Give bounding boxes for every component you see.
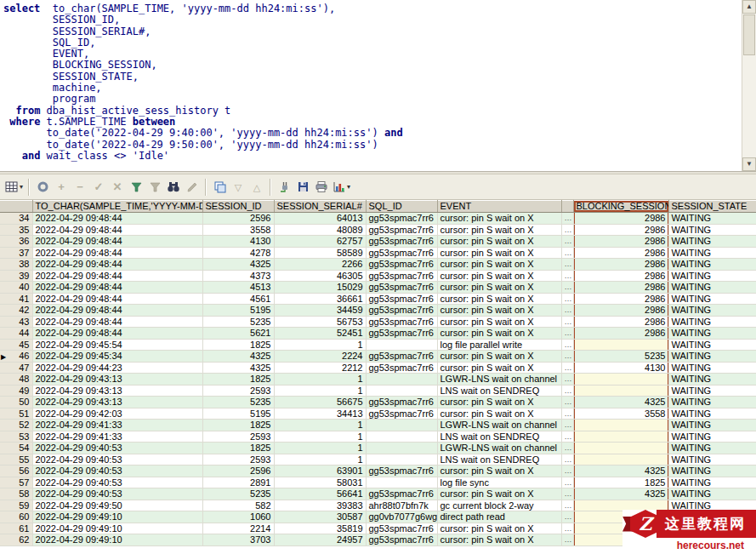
row-number[interactable]: 53	[0, 431, 32, 443]
cell-blocking_session[interactable]	[573, 339, 668, 351]
cell-session_state[interactable]: WAITING	[668, 408, 756, 420]
cell-event[interactable]: cursor: pin S wait on X	[437, 397, 561, 408]
sort-ascending-button[interactable]: ▽	[230, 178, 247, 197]
cell-sample_time[interactable]: 2022-04-29 09:43:13	[32, 374, 202, 386]
row-number[interactable]: 55	[0, 454, 32, 465]
cell-session_state[interactable]: WAITING	[668, 385, 756, 397]
cell-sample_time[interactable]: 2022-04-29 09:48:44	[32, 328, 202, 340]
cell-session_serial[interactable]: 1	[274, 443, 366, 454]
cell-session_id[interactable]: 3703	[202, 534, 274, 546]
column-header-sql_id[interactable]: SQL_ID	[366, 201, 437, 213]
row-number[interactable]: 59	[0, 500, 32, 511]
cell-session_state[interactable]: WAITING	[668, 420, 756, 431]
cell-session_serial[interactable]: 58589	[274, 247, 366, 259]
sort-descending-button[interactable]: △	[248, 178, 265, 197]
cell-expand-button[interactable]: …	[561, 408, 573, 420]
cell-sample_time[interactable]: 2022-04-29 09:49:10	[32, 511, 202, 523]
cell-sql_id[interactable]: gg53spmac7rr6	[366, 488, 437, 500]
cell-sql_id[interactable]: gg53spmac7rr6	[366, 224, 437, 236]
cell-sql_id[interactable]: gg53spmac7rr6	[366, 236, 437, 248]
cell-session_id[interactable]: 2593	[202, 385, 274, 397]
cell-sample_time[interactable]: 2022-04-29 09:49:50	[32, 500, 202, 511]
cell-session_id[interactable]: 2593	[202, 431, 274, 443]
cell-session_serial[interactable]: 1	[274, 374, 366, 386]
cell-expand-button[interactable]: …	[561, 362, 573, 374]
cell-blocking_session[interactable]: 2986	[573, 305, 668, 317]
column-header-blocking_session[interactable]: BLOCKING_SESSION	[573, 201, 668, 213]
sql-code[interactable]: select to_char(SAMPLE_TIME, 'yyyy-mm-dd …	[3, 3, 741, 169]
cell-sample_time[interactable]: 2022-04-29 09:48:44	[32, 247, 202, 259]
cell-sql_id[interactable]: gg0vb7077g6wg	[366, 511, 437, 523]
row-number[interactable]: 40	[0, 282, 32, 294]
cell-event[interactable]: cursor: pin S wait on X	[437, 316, 561, 328]
cell-sql_id[interactable]	[366, 443, 437, 454]
row-number[interactable]: 51	[0, 408, 32, 420]
column-header-session_state[interactable]: SESSION_STATE	[668, 201, 756, 213]
cell-session_id[interactable]: 5195	[202, 408, 274, 420]
cell-session_serial[interactable]: 62757	[274, 236, 366, 248]
filter-clear-button[interactable]	[146, 178, 163, 197]
cell-blocking_session[interactable]: 1825	[573, 477, 668, 488]
cell-expand-button[interactable]: …	[561, 454, 573, 465]
cell-event[interactable]: cursor: pin S wait on X	[437, 236, 561, 248]
cell-expand-button[interactable]: …	[561, 385, 573, 397]
cell-session_serial[interactable]: 30587	[274, 511, 366, 523]
cell-event[interactable]: cursor: pin S wait on X	[437, 270, 561, 282]
cell-sample_time[interactable]: 2022-04-29 09:45:54	[32, 339, 202, 351]
cell-expand-button[interactable]: …	[561, 224, 573, 236]
copy-results-button[interactable]	[211, 178, 228, 197]
cell-blocking_session[interactable]: 2986	[573, 270, 668, 282]
cell-session_state[interactable]: WAITING	[668, 259, 756, 271]
cell-session_state[interactable]: WAITING	[668, 328, 756, 340]
delete-record-button[interactable]: −	[71, 178, 88, 197]
find-button[interactable]	[165, 178, 182, 197]
cell-expand-button[interactable]: …	[561, 339, 573, 351]
cell-sql_id[interactable]: gg53spmac7rr6	[366, 523, 437, 534]
cell-session_id[interactable]: 4325	[202, 362, 274, 374]
row-number[interactable]: 54	[0, 443, 32, 454]
cell-sql_id[interactable]	[366, 477, 437, 488]
cell-event[interactable]: cursor: pin S wait on X	[437, 305, 561, 317]
cell-event[interactable]: cursor: pin S wait on X	[437, 488, 561, 500]
cell-session_id[interactable]: 5235	[202, 397, 274, 408]
cell-blocking_session[interactable]: 2986	[573, 213, 668, 225]
cell-sample_time[interactable]: 2022-04-29 09:43:13	[32, 397, 202, 408]
cell-blocking_session[interactable]	[573, 385, 668, 397]
cell-expand-button[interactable]: …	[561, 465, 573, 477]
cell-session_serial[interactable]: 34413	[274, 408, 366, 420]
cell-session_state[interactable]: WAITING	[668, 362, 756, 374]
cell-session_id[interactable]: 2214	[202, 523, 274, 534]
cell-event[interactable]: direct path read	[437, 511, 561, 523]
save-results-button[interactable]	[294, 178, 311, 197]
cell-session_serial[interactable]: 39383	[274, 500, 366, 511]
cell-sample_time[interactable]: 2022-04-29 09:40:53	[32, 477, 202, 488]
cell-session_id[interactable]: 582	[202, 500, 274, 511]
row-number[interactable]: 58	[0, 488, 32, 500]
cell-session_serial[interactable]: 52451	[274, 328, 366, 340]
cell-session_serial[interactable]: 56753	[274, 316, 366, 328]
cell-blocking_session[interactable]: 2986	[573, 224, 668, 236]
cell-event[interactable]: cursor: pin S wait on X	[437, 259, 561, 271]
cell-expand-button[interactable]: …	[561, 247, 573, 259]
editor-vertical-scrollbar[interactable]: ▲ ▼	[742, 0, 756, 171]
cell-blocking_session[interactable]: 2986	[573, 259, 668, 271]
edit-data-button[interactable]	[184, 178, 201, 197]
cell-expand-button[interactable]: …	[561, 305, 573, 317]
cell-sample_time[interactable]: 2022-04-29 09:48:44	[32, 213, 202, 225]
cell-sql_id[interactable]: gg53spmac7rr6	[366, 282, 437, 294]
cell-session_id[interactable]: 5235	[202, 488, 274, 500]
cell-event[interactable]: LGWR-LNS wait on channel	[437, 420, 561, 431]
row-number[interactable]: 48	[0, 374, 32, 386]
cell-session_id[interactable]: 1825	[202, 374, 274, 386]
chart-button[interactable]: ▾	[332, 178, 351, 197]
cell-expand-button[interactable]: …	[561, 293, 573, 305]
scroll-up-button[interactable]: ▲	[742, 0, 756, 14]
cell-session_state[interactable]: WAITING	[668, 477, 756, 488]
cell-sql_id[interactable]	[366, 454, 437, 465]
cell-expand-button[interactable]: …	[561, 500, 573, 511]
cell-event[interactable]: cursor: pin S wait on X	[437, 293, 561, 305]
cell-blocking_session[interactable]	[573, 420, 668, 431]
cell-sql_id[interactable]	[366, 431, 437, 443]
cell-blocking_session[interactable]	[573, 454, 668, 465]
cell-event[interactable]: cursor: pin S wait on X	[437, 465, 561, 477]
